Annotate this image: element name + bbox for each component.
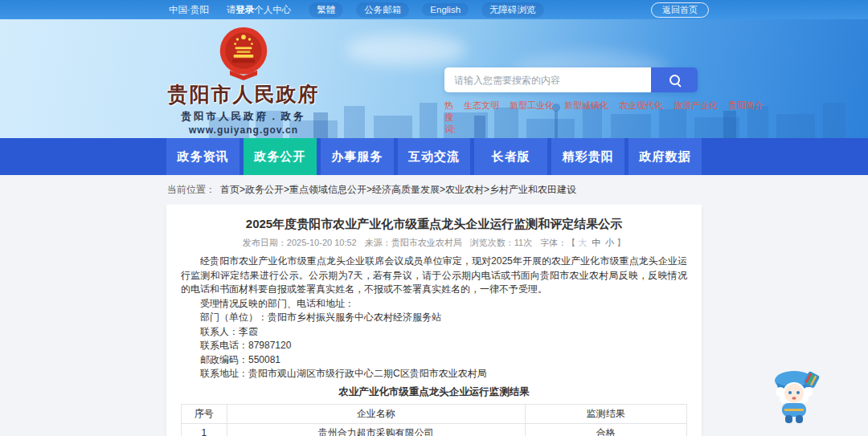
publish-date-label: 发布日期： [243,238,287,247]
nav-item-elderly[interactable]: 长者版 [474,138,547,175]
source-label: 来源： [365,238,391,247]
table-row: 1 贵州合力超市采购有限公司 合格 [182,423,687,436]
hot-word-5[interactable]: 旅游产业化 [674,100,718,136]
views-label: 浏览次数： [470,238,514,247]
national-emblem-icon [216,25,271,81]
article-meta: 发布日期：2025-10-20 10:52来源：贵阳市农业农村局浏览次数：11次… [181,237,687,249]
search-box [444,67,698,92]
login-link[interactable]: 登录 [235,5,254,14]
site-subtitle: 贵阳市人民政府．政务 [166,110,321,124]
article-paragraph-contact-heading: 受理情况反映的部门、电话和地址： [181,297,687,312]
hot-word-2[interactable]: 新型工业化 [510,100,554,136]
main-content: 2025年度贵阳市农业产业化市级重点龙头企业运行监测和评定结果公示 发布日期：2… [0,205,868,436]
breadcrumb-path[interactable]: 首页>政务公开>重点领域信息公开>经济高质量发展>农业农村>乡村产业和农田建设 [220,184,576,195]
postal-code-line: 邮政编码：550081 [181,353,687,368]
search-icon [669,75,680,85]
nav-items: 政务资讯 政务公开 办事服务 互动交流 长者版 精彩贵阳 政府数据 [166,138,702,175]
topbar-mailbox[interactable]: 公务邮箱 [356,2,409,18]
font-size-large-button[interactable]: 大 [578,238,587,247]
views-value: 11次 [514,238,532,247]
row-result: 合格 [525,423,686,436]
article-title: 2025年度贵阳市农业产业化市级重点龙头企业运行监测和评定结果公示 [181,205,687,232]
breadcrumb: 当前位置：首页>政务公开>重点领域信息公开>经济高质量发展>农业农村>乡村产业和… [0,175,868,205]
login-suffix: 个人中心 [254,5,291,14]
search-button[interactable] [651,67,698,92]
font-size-label-close: 】 [616,238,625,247]
header-seq: 序号 [182,404,227,423]
row-seq: 1 [182,423,227,436]
publish-date: 2025-10-20 10:52 [287,238,357,247]
hot-word-1[interactable]: 生态文明 [464,100,499,136]
nav-item-services[interactable]: 办事服务 [321,138,394,175]
topbar: 中国·贵阳 请登录个人中心 繁體 公务邮箱 English 无障碍浏览 返回首页 [0,0,868,19]
site-banner: 贵阳市人民政府 贵阳市人民政府．政务 www.guiyang.gov.cn 热搜… [0,19,868,138]
cloud-decoration [346,34,466,66]
site-url: www.guiyang.gov.cn [166,124,321,136]
nav-item-gov-data[interactable]: 政府数据 [628,138,702,175]
site-brand[interactable]: 贵阳市人民政府 贵阳市人民政府．政务 www.guiyang.gov.cn [166,25,321,136]
back-home-button[interactable]: 返回首页 [651,2,709,18]
topbar-traditional[interactable]: 繁體 [309,2,343,18]
contact-person-line: 联系人：李霞 [181,325,687,340]
font-size-small-button[interactable]: 小 [605,238,614,247]
source-value: 贵阳市农业农村局 [391,238,462,247]
nav-item-interaction[interactable]: 互动交流 [398,138,471,175]
nav-item-news[interactable]: 政务资讯 [166,138,240,175]
contact-department-line: 部门（单位）：贵阳市乡村振兴服务中心农村经济服务站 [181,311,687,325]
search-input[interactable] [444,67,651,92]
search-area: 热搜词: 生态文明 新型工业化 新型城镇化 农业现代化 旅游产业化 贵阳简介 [444,67,698,136]
header-company: 企业名称 [227,404,525,423]
topbar-english[interactable]: English [422,3,469,16]
article-paragraph-intro: 经贵阳市农业产业化市级重点龙头企业联席会议成员单位审定，现对2025年开展的农业… [181,255,687,297]
row-company: 贵州合力超市采购有限公司 [227,423,525,436]
topbar-accessibility[interactable]: 无障碍浏览 [481,2,544,18]
hot-search-row: 热搜词: 生态文明 新型工业化 新型城镇化 农业现代化 旅游产业化 贵阳简介 [444,100,698,136]
nav-item-highlights[interactable]: 精彩贵阳 [551,138,624,175]
header-result: 监测结果 [525,404,686,423]
contact-phone-line: 联系电话：87987120 [181,339,687,353]
article-body: 经贵阳市农业产业化市级重点龙头企业联席会议成员单位审定，现对2025年开展的农业… [181,255,687,381]
table-header-row: 序号 企业名称 监测结果 [182,404,687,423]
breadcrumb-label: 当前位置： [167,184,215,195]
hot-word-3[interactable]: 新型城镇化 [564,100,608,136]
article-card: 2025年度贵阳市农业产业化市级重点龙头企业运行监测和评定结果公示 发布日期：2… [166,205,702,436]
topbar-region[interactable]: 中国·贵阳 [169,4,209,16]
table-caption: 农业产业化市级重点龙头企业运行监测结果 [181,385,687,399]
main-nav: 政务资讯 政务公开 办事服务 互动交流 长者版 精彩贵阳 政府数据 [0,138,868,175]
monitor-result-table: 序号 企业名称 监测结果 1 贵州合力超市采购有限公司 合格 2 贵州友禾种业有… [181,404,687,436]
contact-address-line: 联系地址：贵阳市观山湖区市级行政中心二期C区贵阳市农业农村局 [181,367,687,381]
page: 中国·贵阳 请登录个人中心 繁體 公务邮箱 English 无障碍浏览 返回首页 [0,0,868,436]
hot-word-6[interactable]: 贵阳简介 [728,100,764,136]
font-size-label: 字体：【 [540,238,575,247]
hot-word-4[interactable]: 农业现代化 [619,100,663,136]
nav-item-disclosure[interactable]: 政务公开 [244,138,317,175]
site-name: 贵阳市人民政府 [166,81,321,108]
font-size-medium-button[interactable]: 中 [592,238,600,247]
topbar-login[interactable]: 请登录个人中心 [227,4,292,16]
login-prefix: 请 [227,5,236,14]
hot-search-label: 热搜词: [444,100,456,136]
mascot-icon[interactable] [770,367,823,425]
